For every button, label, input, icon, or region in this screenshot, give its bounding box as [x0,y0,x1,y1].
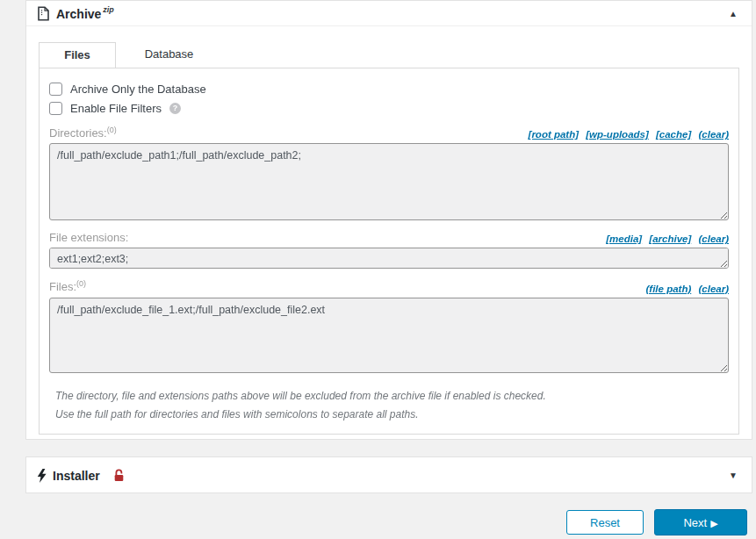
archive-metabox: Archive zip ▲ Files Database Archive Onl… [25,0,752,440]
directories-count: (0) [107,126,117,134]
directories-label-row: Directories:(0) [root path] [wp-uploads]… [49,126,729,140]
tab-files[interactable]: Files [39,42,116,68]
archive-only-db-label[interactable]: Archive Only the Database [70,83,206,96]
tab-database[interactable]: Database [116,42,222,68]
link-wp-uploads[interactable]: [wp-uploads] [586,129,649,140]
extensions-links: [media] [archive] (clear) [601,234,729,244]
files-count: (0) [76,279,86,288]
enable-file-filters-checkbox[interactable] [49,102,62,115]
unlock-icon [113,469,125,482]
next-button[interactable]: Next▶ [654,509,747,535]
archive-title: Archive [56,7,101,21]
next-button-label: Next [683,516,707,529]
next-arrow-icon: ▶ [710,518,717,528]
installer-header[interactable]: Installer ▼ [26,457,752,492]
extensions-textarea[interactable]: ext1;ext2;ext3; [49,248,729,269]
directories-label: Directories:(0) [49,126,117,140]
files-label: Files:(0) [49,279,86,293]
link-media[interactable]: [media] [606,234,642,244]
archive-title-sup: zip [103,5,114,14]
filter-note-line2: Use the full path for directories and fi… [55,406,729,424]
link-files-clear[interactable]: (clear) [698,284,729,294]
enable-file-filters-label[interactable]: Enable File Filters [70,102,162,115]
link-file-path[interactable]: (file path) [646,284,692,294]
files-links: (file path) (clear) [642,284,729,294]
help-icon[interactable]: ? [169,103,181,114]
archive-tabs: Files Database [39,42,739,68]
directories-textarea[interactable]: /full_path/exclude_path1;/full_path/excl… [49,143,729,220]
filter-note-line1: The directory, file and extensions paths… [55,387,729,406]
link-cache[interactable]: [cache] [656,129,691,140]
link-root-path[interactable]: [root path] [529,129,579,140]
filter-notes: The directory, file and extensions paths… [49,387,729,424]
lightning-icon [37,469,47,483]
extensions-label: File extensions: [49,231,128,244]
archive-only-db-row: Archive Only the Database [49,83,729,96]
files-label-row: Files:(0) (file path) (clear) [49,279,729,293]
enable-file-filters-row: Enable File Filters ? [49,102,729,115]
zip-file-icon [37,6,50,21]
page: Archive zip ▲ Files Database Archive Onl… [0,0,756,539]
collapse-icon[interactable]: ▲ [729,9,738,18]
link-directories-clear[interactable]: (clear) [698,129,729,140]
link-archive[interactable]: [archive] [649,234,691,244]
files-tab-panel: Archive Only the Database Enable File Fi… [39,68,739,435]
installer-title: Installer [53,469,100,483]
reset-button[interactable]: Reset [566,510,644,535]
archive-only-db-checkbox[interactable] [49,83,62,96]
installer-metabox: Installer ▼ [25,456,752,493]
link-extensions-clear[interactable]: (clear) [698,234,729,244]
directories-links: [root path] [wp-uploads] [cache] (clear) [524,129,729,140]
archive-header[interactable]: Archive zip ▲ [26,1,752,26]
expand-icon[interactable]: ▼ [729,471,738,480]
extensions-label-row: File extensions: [media] [archive] (clea… [49,231,729,244]
files-textarea[interactable]: /full_path/exclude_file_1.ext;/full_path… [49,298,729,373]
